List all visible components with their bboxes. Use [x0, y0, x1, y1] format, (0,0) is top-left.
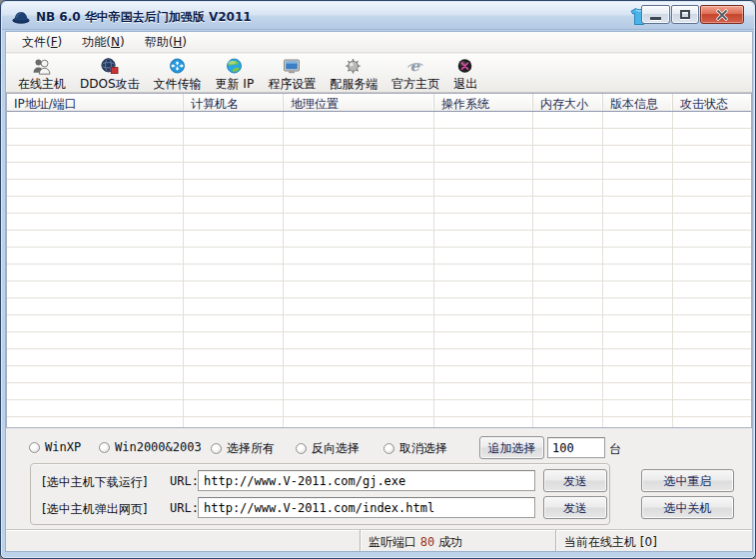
column-header-version[interactable]: 版本信息 [603, 94, 673, 111]
column-header-location[interactable]: 地理位置 [284, 94, 434, 111]
radio-circle[interactable] [383, 443, 394, 454]
titlebar[interactable]: NB 6.0 华中帝国去后门加强版 V2011 [2, 2, 754, 30]
table-row[interactable] [7, 180, 751, 197]
client-area: 文件(F) 功能(N) 帮助(H) 在线主机 [5, 31, 753, 552]
table-cell [673, 298, 751, 315]
table-cell [673, 417, 751, 428]
toolbar-ddos-attack-button[interactable]: DDOS攻击 [74, 56, 146, 95]
host-count-input[interactable] [547, 437, 605, 458]
table-row[interactable] [7, 265, 751, 281]
host-table[interactable]: IP地址/端口 计算机名 地理位置 操作系统 内存大小 版本信息 攻击状态 [6, 93, 752, 428]
transfer-arrows-icon [168, 58, 188, 75]
toolbar-server-config-button[interactable]: 配服务端 [324, 56, 383, 95]
column-header-ip-port[interactable]: IP地址/端口 [7, 94, 184, 111]
table-cell [7, 146, 184, 163]
table-row[interactable] [7, 349, 751, 366]
table-cell [184, 129, 284, 146]
radio-circle[interactable] [99, 442, 110, 453]
table-cell [7, 112, 184, 129]
table-cell [434, 231, 533, 248]
table-row[interactable] [7, 129, 751, 146]
table-row[interactable] [7, 214, 751, 231]
toolbar-online-hosts-button[interactable]: 在线主机 [12, 56, 72, 95]
table-cell [533, 197, 603, 214]
table-row[interactable] [7, 146, 751, 163]
radio-cancel-selection[interactable]: 取消选择 [383, 440, 447, 457]
toolbar-label: 文件传输 [154, 76, 202, 93]
table-cell [7, 366, 184, 383]
menu-function[interactable]: 功能(N) [74, 32, 136, 53]
append-select-button[interactable]: 追加选择 [479, 436, 544, 459]
radio-invert-selection[interactable]: 反向选择 [296, 440, 360, 457]
minimize-button[interactable] [641, 5, 670, 24]
send-popup-button[interactable]: 发送 [543, 496, 607, 519]
table-row[interactable] [7, 112, 751, 129]
column-header-os[interactable]: 操作系统 [434, 94, 533, 111]
table-cell [673, 146, 751, 163]
table-row[interactable] [7, 197, 751, 214]
table-cell [184, 332, 284, 349]
download-url-input[interactable] [198, 470, 535, 491]
popup-page-label: [选中主机弹出网页] [42, 501, 147, 518]
table-cell [434, 248, 533, 265]
table-row[interactable] [7, 248, 751, 265]
popup-url-input[interactable] [198, 497, 535, 518]
table-row[interactable] [7, 231, 751, 248]
table-row[interactable] [7, 163, 751, 180]
table-cell [603, 129, 673, 146]
table-cell [603, 112, 673, 129]
table-cell [7, 248, 184, 265]
table-cell [184, 146, 284, 163]
close-button[interactable] [700, 5, 744, 24]
table-cell [184, 112, 284, 129]
toolbar-homepage-button[interactable]: e 官方主页 [385, 56, 445, 95]
table-cell [284, 163, 434, 180]
column-header-memory[interactable]: 内存大小 [533, 94, 603, 111]
table-cell [673, 281, 751, 298]
toolbar-exit-button[interactable]: 退出 [447, 56, 483, 95]
send-download-button[interactable]: 发送 [543, 469, 607, 492]
table-row[interactable] [7, 383, 751, 400]
table-row[interactable] [7, 366, 751, 383]
statusbar-online-hosts: 当前在线主机 [0] [555, 530, 752, 551]
table-row[interactable] [7, 400, 751, 417]
maximize-button[interactable] [671, 5, 699, 24]
column-header-attack-status[interactable]: 攻击状态 [673, 94, 751, 111]
table-row[interactable] [7, 332, 751, 349]
table-cell [184, 214, 284, 231]
table-row[interactable] [7, 417, 751, 428]
table-cell [673, 400, 751, 417]
shutdown-selected-button[interactable]: 选中关机 [641, 496, 734, 519]
table-cell [284, 248, 434, 265]
restart-selected-button[interactable]: 选中重启 [641, 469, 734, 492]
toolbar-program-settings-button[interactable]: 程序设置 [262, 56, 322, 95]
table-row[interactable] [7, 281, 751, 298]
radio-circle[interactable] [211, 443, 222, 454]
table-cell [603, 214, 673, 231]
column-header-computer-name[interactable]: 计算机名 [184, 94, 284, 111]
table-cell [284, 180, 434, 197]
radio-winxp[interactable]: WinXP [29, 440, 81, 454]
table-cell [434, 400, 533, 417]
host-table-header: IP地址/端口 计算机名 地理位置 操作系统 内存大小 版本信息 攻击状态 [7, 94, 751, 112]
table-cell [184, 417, 284, 428]
table-cell [284, 112, 434, 129]
table-cell [673, 383, 751, 400]
hat-app-icon [11, 8, 31, 28]
table-cell [673, 366, 751, 383]
menu-help[interactable]: 帮助(H) [137, 32, 199, 53]
table-cell [7, 400, 184, 417]
radio-circle[interactable] [296, 443, 307, 454]
radio-win2000-2003[interactable]: Win2000&2003 [99, 440, 202, 454]
toolbar-update-ip-button[interactable]: 更新 IP [210, 56, 261, 95]
table-row[interactable] [7, 298, 751, 315]
table-cell [184, 383, 284, 400]
table-cell [533, 315, 603, 332]
radio-select-all[interactable]: 选择所有 [211, 440, 275, 457]
table-row[interactable] [7, 315, 751, 332]
menu-file[interactable]: 文件(F) [14, 32, 74, 53]
toolbar-file-transfer-button[interactable]: 文件传输 [148, 56, 208, 95]
table-cell [603, 265, 673, 281]
table-cell [7, 265, 184, 281]
radio-circle[interactable] [29, 442, 40, 453]
